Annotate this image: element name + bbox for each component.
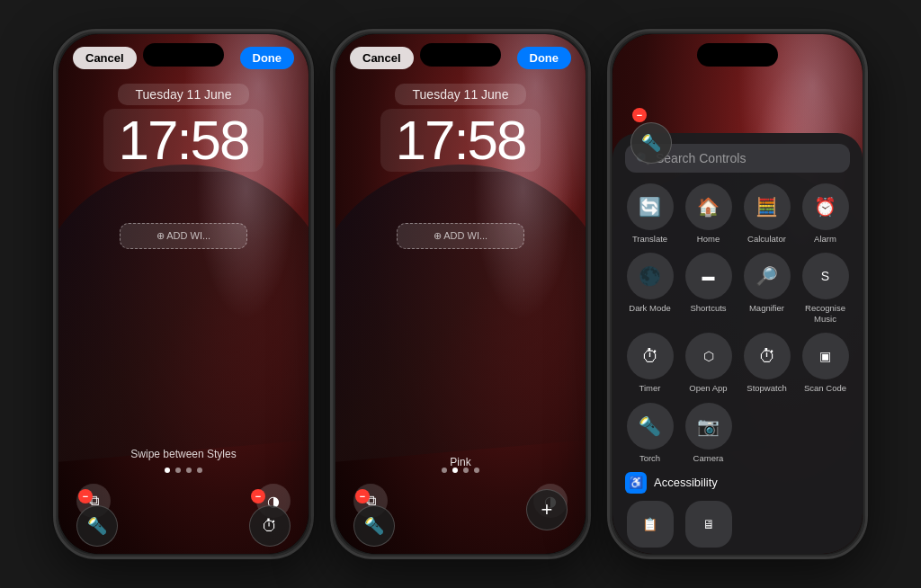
control-torch[interactable]: 🔦 Torch <box>625 403 675 463</box>
home-label: Home <box>697 234 720 244</box>
add-widget-2[interactable]: ADD WI... <box>335 223 586 249</box>
accessibility-control-1[interactable]: 📋 <box>625 501 675 548</box>
control-scancode[interactable]: ▣ Scan Code <box>800 333 850 393</box>
torch-action-1[interactable]: 🔦 <box>76 505 118 547</box>
alarm-label: Alarm <box>814 234 836 244</box>
date-display-2: Tuesday 11 June 17:58 <box>335 84 586 172</box>
phone-3: − 🔦 🔍 Search Controls 🔄 Translate 🏠 Home <box>607 29 868 559</box>
control-darkmode[interactable]: 🌑 Dark Mode <box>625 253 675 324</box>
done-button-1[interactable]: Done <box>240 47 295 69</box>
openapp-icon[interactable]: ⬡ <box>685 333 732 379</box>
control-magnifier[interactable]: 🔎 Magnifier <box>742 253 791 324</box>
torch-btn-wrap-2: − 🔦 <box>353 489 395 547</box>
timer-label: Timer <box>639 383 661 393</box>
control-empty-1 <box>742 403 791 463</box>
minus-badge-torch-3[interactable]: − <box>632 108 647 122</box>
date-text-1: Tuesday 11 June <box>118 84 250 105</box>
accessibility-icon-2[interactable]: 🖥 <box>685 501 732 548</box>
openapp-label: Open App <box>689 383 727 393</box>
timer-action-1[interactable]: ⏱ <box>249 505 291 547</box>
torch-badge-wrap: − 🔦 <box>630 108 672 164</box>
dots-row-1 <box>58 468 308 473</box>
home-icon[interactable]: 🏠 <box>685 183 732 230</box>
scancode-icon[interactable]: ▣ <box>802 333 849 379</box>
control-shortcuts[interactable]: ▬ Shortcuts <box>684 253 733 324</box>
timer-icon[interactable]: ⏱ <box>627 333 674 379</box>
accessibility-control-2[interactable]: 🖥 <box>684 501 733 548</box>
dots-row-2 <box>335 468 586 473</box>
timer-btn-wrap-1: − ⏱ <box>249 489 291 547</box>
calculator-label: Calculator <box>747 234 786 244</box>
phone-2: Cancel Done Tuesday 11 June 17:58 ADD WI… <box>330 29 591 559</box>
stopwatch-icon[interactable]: ⏱ <box>744 333 791 379</box>
date-text-2: Tuesday 11 June <box>395 84 527 105</box>
translate-icon[interactable]: 🔄 <box>627 183 674 230</box>
add-widget-btn-1[interactable]: ADD WI... <box>120 223 247 249</box>
darkmode-label: Dark Mode <box>629 303 670 313</box>
control-home[interactable]: 🏠 Home <box>684 183 733 244</box>
accessibility-icon: ♿ <box>625 472 647 494</box>
torch-action-2[interactable]: 🔦 <box>353 505 395 547</box>
translate-label: Translate <box>632 234 667 244</box>
control-openapp[interactable]: ⬡ Open App <box>684 333 733 393</box>
done-button-2[interactable]: Done <box>517 47 572 69</box>
control-timer[interactable]: ⏱ Timer <box>625 333 675 393</box>
add-widget-btn-2[interactable]: ADD WI... <box>397 223 524 249</box>
darkmode-icon[interactable]: 🌑 <box>627 253 674 299</box>
stopwatch-label: Stopwatch <box>747 383 786 393</box>
nav-buttons-2: Cancel Done <box>335 47 586 69</box>
dot-2-2 <box>452 468 458 473</box>
scancode-label: Scan Code <box>804 383 846 393</box>
control-camera[interactable]: 📷 Camera <box>684 403 733 463</box>
dot-1 <box>165 468 170 473</box>
minus-badge-timer-1[interactable]: − <box>251 489 265 503</box>
torch-icon[interactable]: 🔦 <box>627 403 674 450</box>
controls-grid-main: 🔄 Translate 🏠 Home 🧮 Calculator ⏰ Alarm <box>625 183 850 463</box>
dot-2-1 <box>442 468 447 473</box>
shazam-icon[interactable]: S <box>802 253 849 299</box>
style-label-1: Swipe between Styles <box>58 448 308 460</box>
accessibility-empty-1 <box>742 501 791 548</box>
dot-2 <box>175 468 181 473</box>
accessibility-icon-1[interactable]: 📋 <box>627 501 674 548</box>
magnifier-label: Magnifier <box>749 303 784 313</box>
shortcuts-icon[interactable]: ▬ <box>685 253 732 299</box>
controls-panel: 🔍 Search Controls 🔄 Translate 🏠 Home 🧮 C… <box>613 133 863 554</box>
cancel-button-2[interactable]: Cancel <box>350 47 414 69</box>
dynamic-island-3 <box>697 43 778 67</box>
calculator-icon[interactable]: 🧮 <box>744 183 791 230</box>
time-text-1: 17:58 <box>103 109 263 172</box>
accessibility-empty-2 <box>800 501 850 548</box>
cancel-button-1[interactable]: Cancel <box>73 47 137 69</box>
magnifier-icon[interactable]: 🔎 <box>744 253 791 299</box>
dot-3 <box>186 468 192 473</box>
action-buttons-1: − 🔦 − ⏱ <box>58 489 308 547</box>
plus-action-2[interactable]: + <box>526 489 568 530</box>
control-alarm[interactable]: ⏰ Alarm <box>800 183 850 244</box>
control-shazam[interactable]: S Recognise Music <box>800 253 850 324</box>
time-text-2: 17:58 <box>380 109 540 172</box>
control-empty-2 <box>800 403 850 463</box>
dot-2-3 <box>463 468 469 473</box>
dot-2-4 <box>474 468 479 473</box>
add-widget-1[interactable]: ADD WI... <box>58 223 308 249</box>
nav-buttons-1: Cancel Done <box>58 47 308 69</box>
torch-circle-3[interactable]: 🔦 <box>630 122 672 164</box>
shortcuts-label: Shortcuts <box>690 303 726 313</box>
minus-badge-torch-2[interactable]: − <box>355 489 370 503</box>
camera-label: Camera <box>693 453 724 463</box>
action-buttons-2: − 🔦 + <box>335 489 586 547</box>
minus-badge-torch-1[interactable]: − <box>78 489 93 503</box>
phone-1: Cancel Done Tuesday 11 June 17:58 ADD WI… <box>53 29 314 559</box>
control-stopwatch[interactable]: ⏱ Stopwatch <box>742 333 791 393</box>
control-translate[interactable]: 🔄 Translate <box>625 183 675 244</box>
camera-icon[interactable]: 📷 <box>685 403 732 450</box>
accessibility-title: Accessibility <box>654 476 718 489</box>
accessibility-section-header: ♿ Accessibility <box>625 472 850 494</box>
shazam-label: Recognise Music <box>800 303 850 324</box>
torch-label: Torch <box>639 453 660 463</box>
control-calculator[interactable]: 🧮 Calculator <box>742 183 791 244</box>
accessibility-controls: 📋 🖥 <box>625 501 850 548</box>
dot-4 <box>197 468 202 473</box>
alarm-icon[interactable]: ⏰ <box>802 183 849 230</box>
